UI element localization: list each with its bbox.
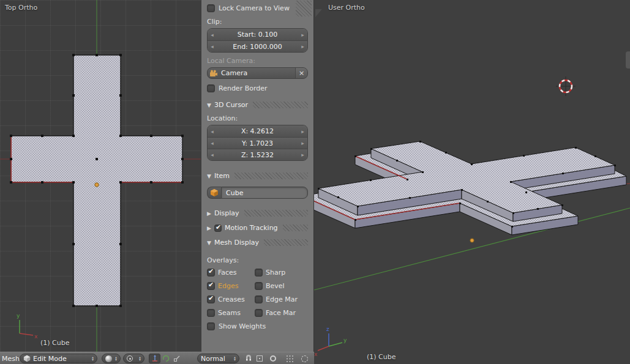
- manipulator-rotate-button[interactable]: [160, 354, 171, 363]
- viewport-shading-dropdown[interactable]: ▴▾: [102, 354, 121, 363]
- snap-element-button[interactable]: [253, 354, 265, 363]
- bevel-checkbox[interactable]: ✔: [255, 282, 263, 290]
- dropdown-arrows-icon: ▴▾: [139, 356, 141, 361]
- manipulator-scale-button[interactable]: [171, 354, 182, 363]
- overlay-edges[interactable]: ✔ Edges: [207, 281, 255, 290]
- decrement-arrow-icon[interactable]: ◂: [209, 152, 215, 158]
- snap-magnet-button[interactable]: [242, 354, 254, 363]
- cursor-z-value: Z: 1.5232: [215, 151, 300, 159]
- edit-mode-icon: [23, 355, 31, 362]
- cursor-location-fields: ◂ X: 4.2612 ▸ ◂ Y: 1.7023 ▸ ◂ Z: 1.5232 …: [207, 125, 308, 161]
- overlay-label: Seams: [218, 309, 241, 317]
- section-title: Display: [214, 209, 239, 217]
- pivot-icon: [127, 355, 133, 362]
- mode-dropdown[interactable]: Edit Mode ▴▾: [20, 354, 97, 363]
- section-header-item[interactable]: ▼ Item: [207, 171, 308, 180]
- render-border-row[interactable]: ✔ Render Border: [207, 84, 308, 93]
- panel-grip[interactable]: [244, 210, 308, 217]
- mesh-menu[interactable]: Mesh: [2, 355, 20, 363]
- orientation-dropdown[interactable]: Normal ▴▾: [197, 354, 239, 363]
- object-info-label: (1) Cube: [367, 353, 396, 361]
- creases-checkbox[interactable]: ✔: [207, 295, 215, 303]
- camera-icon: [208, 70, 220, 77]
- section-header-mesh-display[interactable]: ▼ Mesh Display: [207, 238, 308, 247]
- cursor-y-field[interactable]: ◂ Y: 1.7023 ▸: [208, 137, 307, 149]
- mode-dropdown-label: Edit Mode: [33, 355, 67, 363]
- overlay-face-marks[interactable]: ✔ Face Mar: [255, 308, 308, 317]
- decrement-arrow-icon[interactable]: ◂: [209, 140, 215, 146]
- item-name-input[interactable]: Cube: [221, 187, 308, 199]
- clear-camera-button[interactable]: ×: [295, 68, 307, 78]
- panel-closed-icon: ▶: [207, 210, 214, 217]
- object-info-label: (1) Cube: [40, 339, 69, 347]
- overlay-sharp[interactable]: ✔ Sharp: [255, 268, 308, 277]
- overlay-creases[interactable]: ✔ Creases: [207, 295, 255, 303]
- cursor-z-field[interactable]: ◂ Z: 1.5232 ▸: [208, 149, 307, 160]
- increment-arrow-icon[interactable]: ▸: [300, 32, 306, 38]
- edges-checkbox[interactable]: ✔: [207, 282, 215, 290]
- local-camera-label: Local Camera:: [207, 57, 308, 65]
- occlude-circle-icon: [301, 355, 308, 362]
- section-header-display[interactable]: ▶ Display: [207, 209, 308, 218]
- manipulator-translate-button[interactable]: [149, 354, 160, 363]
- increment-arrow-icon[interactable]: ▸: [300, 152, 306, 158]
- increment-arrow-icon[interactable]: ▸: [300, 140, 306, 146]
- render-border-checkbox[interactable]: ✔: [207, 84, 215, 92]
- snap-grid-button[interactable]: [283, 354, 296, 363]
- axis-label-y: y: [343, 337, 347, 343]
- overlay-edge-marks[interactable]: ✔ Edge Mar: [255, 295, 308, 303]
- face-marks-checkbox[interactable]: ✔: [255, 309, 263, 317]
- increment-arrow-icon[interactable]: ▸: [300, 128, 306, 135]
- overlay-faces[interactable]: ✔ Faces: [207, 268, 255, 277]
- 3d-cursor-icon[interactable]: [556, 76, 576, 96]
- panel-grip[interactable]: [253, 102, 308, 108]
- view-name-label: Top Ortho: [5, 4, 37, 12]
- decrement-arrow-icon[interactable]: ◂: [209, 43, 215, 50]
- occlude-geometry-button[interactable]: [299, 354, 310, 363]
- panel-grip[interactable]: [296, 1, 312, 17]
- overlay-seams[interactable]: ✔ Seams: [207, 308, 255, 317]
- collapsed-panel-tab[interactable]: [626, 51, 630, 69]
- section-header-motion-tracking[interactable]: ▶ ✔ Motion Tracking: [207, 223, 308, 232]
- clip-label: Clip:: [207, 18, 308, 26]
- lock-camera-row[interactable]: ✔ Lock Camera to View: [207, 4, 308, 13]
- object-cube-icon: [207, 187, 221, 199]
- clip-end-value: End: 1000.000: [215, 43, 300, 51]
- overlay-bevel[interactable]: ✔ Bevel: [255, 281, 308, 290]
- panel-grip[interactable]: [234, 173, 308, 179]
- show-weights-checkbox[interactable]: ✔: [207, 322, 215, 330]
- section-header-3d-cursor[interactable]: ▼ 3D Cursor: [207, 100, 308, 110]
- show-weights-row[interactable]: ✔ Show Weights: [207, 322, 308, 331]
- clip-start-field[interactable]: ◂ Start: 0.100 ▸: [208, 29, 307, 40]
- faces-checkbox[interactable]: ✔: [207, 269, 215, 277]
- show-weights-label: Show Weights: [219, 322, 266, 330]
- axis-gizmo: z x y: [314, 326, 347, 357]
- local-camera-value: Camera: [220, 69, 295, 77]
- dropdown-arrows-icon: ▴▾: [115, 356, 117, 361]
- local-camera-field[interactable]: Camera ×: [207, 67, 308, 79]
- viewport-top-ortho[interactable]: y x Top Ortho (1) Cube: [0, 0, 201, 352]
- panel-grip[interactable]: [264, 239, 308, 246]
- decrement-arrow-icon[interactable]: ◂: [209, 128, 215, 135]
- overlay-label: Creases: [218, 295, 245, 303]
- seams-checkbox[interactable]: ✔: [207, 309, 215, 317]
- clip-end-field[interactable]: ◂ End: 1000.000 ▸: [208, 40, 307, 52]
- section-title: Mesh Display: [214, 239, 259, 247]
- lock-camera-checkbox[interactable]: ✔: [207, 4, 215, 12]
- pivot-point-dropdown[interactable]: ▴▾: [123, 354, 144, 363]
- overlay-label: Edge Mar: [266, 295, 298, 303]
- proportional-edit-button[interactable]: [267, 354, 279, 363]
- increment-arrow-icon[interactable]: ▸: [300, 43, 306, 50]
- mesh-object[interactable]: [10, 54, 184, 307]
- decrement-arrow-icon[interactable]: ◂: [209, 32, 215, 38]
- location-label: Location:: [207, 114, 308, 122]
- overlay-label: Face Mar: [266, 309, 296, 317]
- dropdown-arrows-icon: ▴▾: [92, 356, 94, 361]
- sharp-checkbox[interactable]: ✔: [255, 269, 263, 277]
- viewport-user-ortho[interactable]: z x y User Ortho (1) Cube: [314, 0, 630, 364]
- edge-marks-checkbox[interactable]: ✔: [255, 295, 263, 303]
- panel-grip[interactable]: [283, 225, 308, 231]
- proportional-edit-icon: [270, 355, 276, 362]
- cursor-x-field[interactable]: ◂ X: 4.2612 ▸: [208, 125, 307, 137]
- motion-tracking-checkbox[interactable]: ✔: [214, 225, 222, 232]
